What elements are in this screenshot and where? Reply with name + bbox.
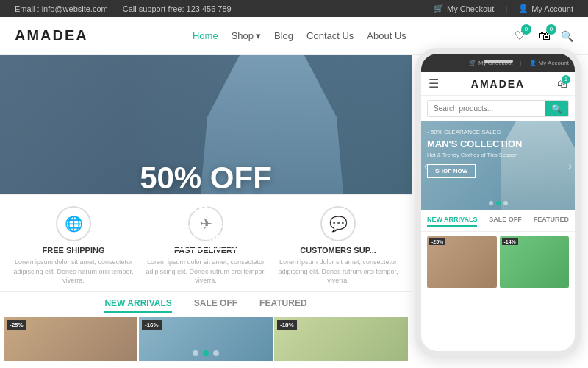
product-card-1[interactable]: -25% [4,317,137,361]
account-link[interactable]: 👤 My Account [518,4,573,13]
nav-icons: ♡ 0 🛍 0 🔍 [511,27,573,45]
phone-cart-icon-top: 🛒 [469,60,476,66]
phone-top-bar: 🛒 My Checkout | 👤 My Account [421,54,575,72]
hero-dot-3[interactable] [213,350,219,356]
hero-dot-2[interactable] [203,350,209,356]
support-title: CUSTOMERS SUP... [272,246,404,255]
shipping-title: FREE SHIPPING [7,246,140,255]
cart-icon[interactable]: 🛍 0 [536,27,553,45]
phone-logo: AMADEA [471,78,525,90]
nav-about[interactable]: About Us [367,30,406,41]
top-bar-right: 🛒 My Checkout | 👤 My Account [434,4,573,13]
phone-products: -25% -14% [421,232,575,292]
shipping-desc: Lorem ipsum dolor sit amet, consectetur … [7,258,140,286]
shipping-icon: 🌐 [56,206,91,241]
hero-discount: 50% OFF [127,163,284,194]
feature-support: 💬 CUSTOMERS SUP... Lorem ipsum dolor sit… [272,206,404,286]
phone-product-badge-1: -25% [429,238,445,245]
cart-icon-top: 🛒 [434,4,444,13]
phone-clearance: - 50% CLEARANCE SALES [427,129,522,135]
phone-hero-text: - 50% CLEARANCE SALES MAN'S COLLECTION H… [427,129,522,178]
phone-header: ☰ AMADEA 🛍 1 [421,72,575,96]
top-bar: Email : info@website.com Call support fr… [0,0,588,17]
phone-mockup: 🛒 My Checkout | 👤 My Account ☰ AMADEA 🛍 … [415,48,581,357]
support-desc: Lorem ipsum dolor sit amet, consectetur … [272,258,404,286]
hero-dots [193,350,219,356]
user-icon-top: 👤 [518,4,528,13]
logo: AMADEA [15,27,88,44]
phone-product-badge-2: -14% [502,238,518,245]
product-row: -25% -16% -18% [0,317,412,365]
nav-shop[interactable]: Shop ▾ [232,30,261,41]
phone-hero-dots [489,201,508,205]
phone-dot-2[interactable] [496,201,501,205]
phone-product-tabs: NEW ARRIVALS SALE OFF FEATURED [421,210,575,232]
chevron-down-icon: ▾ [256,30,261,41]
phone-speaker [484,60,513,63]
phone-search-button[interactable]: 🔍 [545,101,568,116]
hero-dot-1[interactable] [193,350,198,356]
tab-new-arrivals[interactable]: NEW ARRIVALS [104,298,171,313]
support-icon: 💬 [320,206,356,241]
divider: | [505,4,507,13]
checkout-link[interactable]: 🛒 My Checkout [434,4,494,13]
phone-tab-sale[interactable]: SALE OFF [489,216,522,227]
product-badge-2: -16% [142,320,162,330]
product-card-3[interactable]: -18% [274,317,408,361]
phone-user-icon: 👤 [529,60,537,66]
product-tabs: NEW ARRIVALS SALE OFF FEATURED [0,291,412,317]
tab-featured[interactable]: FEATURED [259,298,306,313]
hero-section: 50% OFF SUMMER SALES SHOP NOW ‹ 🌐 FREE S… [0,55,412,365]
phone-cart-badge: 1 [562,75,570,84]
tab-sale-off[interactable]: SALE OFF [194,298,237,313]
email-info: Email : info@website.com [15,4,108,13]
phone-tab-new-arrivals[interactable]: NEW ARRIVALS [427,216,478,227]
hero-text: 50% OFF SUMMER SALES SHOP NOW [127,163,284,250]
main-content: 50% OFF SUMMER SALES SHOP NOW ‹ 🌐 FREE S… [0,55,588,365]
search-icon[interactable]: 🔍 [561,30,573,42]
hero-prev-arrow[interactable]: ‹ [7,202,12,219]
hero-subtitle: SUMMER SALES [127,197,284,216]
phone-cart-icon[interactable]: 🛍 1 [557,78,567,90]
phone-tab-featured[interactable]: FEATURED [534,216,569,227]
product-badge-1: -25% [7,320,26,330]
hero-cta-button[interactable]: SHOP NOW [163,226,249,250]
delivery-desc: Lorem ipsum dolor sit amet, consectetur … [140,258,272,286]
phone-account: 👤 My Account [529,60,569,66]
feature-shipping: 🌐 FREE SHIPPING Lorem ipsum dolor sit am… [7,206,140,286]
phone-hero: - 50% CLEARANCE SALES MAN'S COLLECTION H… [421,121,575,210]
phone-hero-cta[interactable]: SHOP NOW [427,164,476,178]
phone-search-input[interactable] [428,101,545,116]
top-bar-left: Email : info@website.com Call support fr… [15,4,232,13]
nav-contact[interactable]: Contact Us [306,30,354,41]
phone-search-bar: 🔍 [427,100,569,117]
phone-hero-subtitle: Hot & Trendy Clothes of This Season [427,152,522,158]
phone-product-1[interactable]: -25% [427,236,497,288]
product-badge-3: -18% [277,320,297,330]
phone-hero-next[interactable]: › [568,160,572,171]
phone-dot-1[interactable] [489,201,493,205]
phone-dot-3[interactable] [503,201,508,205]
wishlist-badge: 0 [521,24,531,35]
nav-blog[interactable]: Blog [274,30,293,41]
main-nav: Home Shop ▾ Blog Contact Us About Us [193,30,406,41]
phone-divider: | [520,60,522,66]
phone-hero-prev[interactable]: ‹ [424,160,428,171]
phone-collection: MAN'S COLLECTION [427,138,522,150]
phone-product-2[interactable]: -14% [500,236,570,288]
support-info: Call support free: 123 456 789 [123,4,232,13]
wishlist-icon[interactable]: ♡ 0 [511,27,528,45]
cart-badge: 0 [546,24,556,35]
phone-hamburger-icon[interactable]: ☰ [429,77,439,91]
nav-home[interactable]: Home [193,30,218,41]
